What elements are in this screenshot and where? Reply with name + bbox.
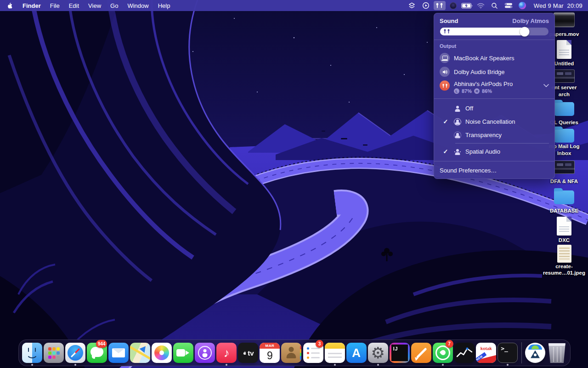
menu-bar-clock[interactable]: Wed 9 Mar 20:09 xyxy=(534,2,582,9)
output-device-dolby-bridge[interactable]: Dolby Audio Bridge xyxy=(440,65,549,79)
layers-icon[interactable] xyxy=(406,1,418,10)
system-preferences-icon: ⚙ xyxy=(368,343,388,363)
output-device-macbook-speakers[interactable]: MacBook Air Speakers xyxy=(440,51,549,65)
sound-preferences-item[interactable]: Sound Preferences… xyxy=(440,164,549,174)
podcasts-icon xyxy=(195,343,215,363)
mode-noise-cancellation[interactable]: ✓ Noise Cancellation xyxy=(440,115,549,128)
kite-trading-icon xyxy=(411,343,431,363)
person-dotted-icon xyxy=(452,132,464,139)
volume-slider-knob[interactable] xyxy=(520,27,530,36)
terminal-icon: >_ xyxy=(498,343,518,363)
dock-mail[interactable] xyxy=(107,339,129,366)
dock-contacts[interactable] xyxy=(281,339,302,366)
image-file-icon xyxy=(557,245,571,263)
folder-icon xyxy=(554,190,574,204)
menu-window[interactable]: Window xyxy=(123,0,153,11)
divider xyxy=(434,161,554,161)
dock: 944 ♪ tv MAR 9 3 A xyxy=(18,339,571,366)
output-section-header: Output xyxy=(440,43,549,49)
menu-view[interactable]: View xyxy=(84,0,106,11)
kotak-icon: kotak NEW xyxy=(476,343,496,363)
dock-launchpad[interactable] xyxy=(43,339,64,366)
dock-maps[interactable] xyxy=(129,339,151,366)
divider xyxy=(455,143,549,144)
dock-safari[interactable] xyxy=(64,339,86,366)
mode-spatial-audio[interactable]: ✓ Spatial Audio xyxy=(440,145,549,158)
output-device-airpods[interactable]: Abhinav's AirPods Pro L 87% R 86% xyxy=(440,79,549,96)
screenshot-file-icon xyxy=(554,69,575,83)
menu-edit[interactable]: Edit xyxy=(64,0,84,11)
dock-facetime[interactable] xyxy=(173,339,194,366)
menu-go[interactable]: Go xyxy=(106,0,123,11)
dock-stocks[interactable] xyxy=(454,339,475,366)
dock-divider xyxy=(521,342,522,363)
dock-downloads[interactable] xyxy=(525,339,546,366)
desktop-item-create-resume-jpeg[interactable]: create- resume…01.jpeg xyxy=(540,245,588,274)
mode-transparency[interactable]: Transparency xyxy=(440,128,549,142)
whatsapp-badge: 7 xyxy=(446,340,453,348)
dark-app-icon[interactable] xyxy=(447,1,459,10)
control-center-icon[interactable] xyxy=(503,1,514,10)
maps-icon xyxy=(130,343,150,363)
person-circle-icon xyxy=(452,118,464,126)
apple-menu[interactable] xyxy=(0,0,18,11)
calendar-icon: MAR 9 xyxy=(260,343,280,363)
dock-reminders[interactable]: 3 xyxy=(302,339,324,366)
messages-badge: 944 xyxy=(96,340,107,348)
menu-bar: Finder File Edit View Go Window Help xyxy=(0,0,588,11)
music-icon: ♪ xyxy=(216,343,237,363)
volume-slider[interactable] xyxy=(440,28,548,35)
siri-icon[interactable] xyxy=(516,1,528,10)
dock-kotak[interactable]: kotak NEW xyxy=(475,339,497,366)
dock-trash[interactable] xyxy=(546,339,568,366)
dock-messages[interactable]: 944 xyxy=(86,339,107,366)
menu-help[interactable]: Help xyxy=(153,0,175,11)
mail-icon xyxy=(108,343,129,363)
person-waves-icon xyxy=(452,148,464,155)
dock-terminal[interactable]: >_ xyxy=(497,339,519,366)
checkmark-icon: ✓ xyxy=(440,118,452,125)
dock-tv[interactable]: tv xyxy=(237,339,259,366)
safari-icon xyxy=(65,343,85,363)
dock-system-preferences[interactable]: ⚙ xyxy=(367,339,389,366)
mode-off[interactable]: Off xyxy=(440,102,549,115)
chevron-down-icon[interactable] xyxy=(543,80,549,89)
spotlight-search-icon[interactable] xyxy=(489,1,501,10)
wifi-icon[interactable] xyxy=(475,1,487,10)
checkmark-icon: ✓ xyxy=(440,148,452,155)
trash-icon xyxy=(547,343,567,363)
dock-photos[interactable] xyxy=(151,339,172,366)
dock-whatsapp[interactable]: 7 xyxy=(432,339,453,366)
dock-calendar[interactable]: MAR 9 xyxy=(259,339,281,366)
airpods-slider-icon xyxy=(443,29,450,35)
battery-charging-icon[interactable] xyxy=(461,1,473,10)
dock-podcasts[interactable] xyxy=(194,339,216,366)
dock-music[interactable]: ♪ xyxy=(216,339,237,366)
menu-file[interactable]: File xyxy=(45,0,64,11)
speaker-icon xyxy=(440,67,450,77)
person-icon xyxy=(452,105,464,112)
now-playing-icon[interactable] xyxy=(420,1,432,10)
folder-icon xyxy=(554,102,574,116)
sound-panel-title: Sound xyxy=(440,17,458,24)
divider xyxy=(434,40,554,40)
left-bud-icon: L xyxy=(454,88,459,94)
volume-slider-fill xyxy=(440,28,525,35)
dock-finder[interactable] xyxy=(21,339,43,366)
dock-kite[interactable] xyxy=(410,339,432,366)
airpods-battery-status: L 87% R 86% xyxy=(454,88,539,94)
sound-menu-panel: Sound Dolby Atmos Output MacBook Air Spe… xyxy=(434,13,555,179)
menu-finder[interactable]: Finder xyxy=(18,0,45,11)
right-bud-icon: R xyxy=(474,88,480,94)
dock-notes[interactable] xyxy=(324,339,345,366)
folder-icon xyxy=(554,129,574,143)
desktop-item-database[interactable]: DATABASE xyxy=(540,186,588,215)
launchpad-icon xyxy=(44,343,64,363)
laptop-icon xyxy=(440,53,450,63)
divider xyxy=(434,98,554,99)
airpods-menu-icon[interactable] xyxy=(434,1,446,10)
desktop-item-dxc[interactable]: DXC xyxy=(540,215,588,245)
document-file-icon xyxy=(557,217,571,236)
dock-app-store[interactable]: A xyxy=(345,339,367,366)
dock-intellij-idea[interactable]: IJ xyxy=(389,339,410,366)
